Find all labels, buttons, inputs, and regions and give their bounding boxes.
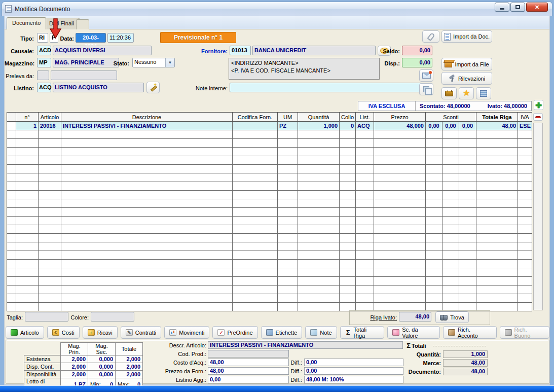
tot-documento-label: Documento: bbox=[407, 368, 441, 376]
ora-field[interactable]: 11:20:36 bbox=[107, 33, 134, 43]
stock-col-totale: Totale bbox=[116, 343, 143, 355]
import-da-file-button[interactable]: Import da File bbox=[441, 58, 492, 70]
articolo-button[interactable]: Articolo bbox=[6, 326, 44, 339]
favorites-button[interactable]: ★ bbox=[459, 87, 474, 99]
descr-articolo-field: INTERESSI PASSIVI - FINANZIAMENTO bbox=[208, 341, 403, 349]
chevron-down-icon[interactable]: ▼ bbox=[165, 58, 174, 67]
cod-prod-field bbox=[208, 350, 289, 358]
col-iva[interactable]: IVA bbox=[518, 113, 532, 122]
stock-row-esistenza: Esistenza 2,000 0,000 2,000 bbox=[24, 355, 143, 363]
rich-acconto-button[interactable]: Rich. Acconto bbox=[443, 326, 497, 339]
attachment-button[interactable] bbox=[422, 30, 439, 43]
title-bar: Modifica Documento bbox=[2, 2, 552, 16]
col-n[interactable]: n° bbox=[16, 113, 39, 122]
tipo-field-1[interactable]: RI bbox=[37, 33, 48, 43]
table-header-row: n° Articolo Descrizione Codifica Forn. U… bbox=[7, 113, 532, 122]
import-doc-icon bbox=[444, 33, 451, 41]
totali-sigma-icon: Σ bbox=[404, 342, 411, 349]
totali-riga-button[interactable]: Σ Totali Riga bbox=[340, 326, 385, 339]
fornitore-link[interactable]: Fornitore: bbox=[197, 47, 228, 56]
saldo-field: 0,00 bbox=[402, 46, 432, 55]
window-title: Modifica Documento bbox=[15, 6, 70, 13]
pen-icon bbox=[448, 329, 455, 336]
col-list[interactable]: List. bbox=[356, 113, 374, 122]
col-collo[interactable]: Collo bbox=[340, 113, 356, 122]
sc-da-valore-button[interactable]: Sc. da Valore bbox=[387, 326, 440, 339]
rich-buono-button: Rich. Buono bbox=[500, 326, 549, 339]
remove-row-button[interactable] bbox=[533, 113, 543, 121]
stato-select[interactable]: Nessuno ▼ bbox=[132, 58, 175, 67]
empty-table-row bbox=[7, 268, 532, 277]
empty-table-row bbox=[7, 199, 532, 208]
fornitore-code-field[interactable]: 01013 bbox=[230, 46, 251, 55]
grid-view-button[interactable] bbox=[476, 87, 491, 99]
import-da-doc-button[interactable]: Import da Doc. bbox=[441, 30, 492, 43]
riga-ivato-link[interactable]: Riga Ivato: bbox=[359, 313, 397, 322]
trova-button[interactable]: Trova bbox=[435, 311, 469, 323]
listino-desc-field: LISTINO ACQUISTO bbox=[53, 83, 144, 92]
movimenti-button[interactable]: Movimenti bbox=[164, 326, 209, 339]
check-icon: ✓ bbox=[217, 329, 225, 336]
contratti-button[interactable]: ✎ Contratti bbox=[121, 326, 162, 339]
briefcase-button[interactable] bbox=[441, 87, 457, 99]
saldo-label: Saldo: bbox=[382, 47, 400, 56]
maximize-button[interactable] bbox=[510, 3, 525, 12]
close-button[interactable]: ✕ bbox=[526, 3, 548, 12]
listino-diff-label: Diff.: bbox=[289, 376, 302, 384]
note-button[interactable]: Note bbox=[305, 326, 337, 339]
empty-table-row bbox=[7, 294, 532, 303]
magazzino-code-field[interactable]: MP bbox=[37, 58, 51, 67]
grid-icon bbox=[480, 90, 487, 97]
table-scrollbar[interactable] bbox=[533, 123, 543, 310]
totali-title: Totali bbox=[412, 342, 430, 350]
preordine-button[interactable]: ✓ PreOrdine bbox=[212, 326, 257, 339]
paperclip-icon bbox=[427, 32, 435, 41]
costo-acq-field: 48,00 bbox=[208, 359, 289, 366]
prezzo-diff-field: 0,00 bbox=[304, 367, 403, 375]
stock-col-mag-sec: Mag. Sec. bbox=[88, 343, 116, 355]
riga-ivato-field: 48,00 bbox=[399, 312, 431, 322]
col-prezzo[interactable]: Prezzo bbox=[374, 113, 426, 122]
copy-stack-icon bbox=[423, 86, 429, 92]
revenue-icon: ↑ bbox=[88, 329, 95, 336]
listino-diff-field: 48,00 M: 100% bbox=[304, 376, 403, 383]
empty-table-row bbox=[7, 156, 532, 165]
empty-table-row bbox=[7, 251, 532, 260]
empty-table-row bbox=[7, 191, 532, 199]
listino-wand-button[interactable] bbox=[146, 82, 160, 93]
table-row[interactable]: 1 20016 INTERESSI PASSIVI - FINANZIAMENT… bbox=[7, 122, 532, 130]
etichette-button[interactable]: Etichette bbox=[261, 326, 303, 339]
scontato-text: Scontato: 48,00000 bbox=[416, 101, 474, 111]
listino-agg-field: 0,00 bbox=[208, 376, 289, 383]
fornitore-address-box: <INDIRIZZO MANCANTE> <P. IVA E COD. FISC… bbox=[229, 58, 380, 80]
tab-documento[interactable]: Documento bbox=[7, 17, 46, 29]
note-interne-input[interactable] bbox=[230, 83, 421, 92]
col-sconti[interactable]: Sconti bbox=[426, 113, 476, 122]
contract-icon: ✎ bbox=[126, 329, 133, 336]
ivato-text: Ivato: 48,00000 bbox=[484, 101, 531, 111]
copy-button[interactable] bbox=[419, 83, 433, 95]
empty-table-row bbox=[7, 208, 532, 217]
rilevazioni-button[interactable]: Rilevazioni bbox=[441, 72, 492, 85]
add-row-button[interactable]: ✚ bbox=[534, 100, 543, 110]
note-interne-label: Note interne: bbox=[191, 84, 228, 93]
col-quantita[interactable]: Quantità bbox=[298, 113, 340, 122]
col-articolo[interactable]: Articolo bbox=[39, 113, 61, 122]
disp-field: 0,00 bbox=[402, 58, 432, 67]
col-codifica-forn[interactable]: Codifica Forn. bbox=[233, 113, 278, 122]
costi-button[interactable]: € Costi bbox=[47, 326, 80, 339]
col-um[interactable]: UM bbox=[278, 113, 298, 122]
ricavi-button[interactable]: ↑ Ricavi bbox=[83, 326, 118, 339]
listino-code-field[interactable]: ACQ bbox=[37, 83, 51, 92]
col-descrizione[interactable]: Descrizione bbox=[61, 113, 233, 122]
empty-table-row bbox=[7, 242, 532, 251]
minimize-button[interactable] bbox=[495, 3, 509, 12]
voucher-icon bbox=[505, 329, 512, 336]
iva-esclusa-text: IVA ESCLUSA bbox=[358, 101, 415, 111]
preleva-code-field[interactable] bbox=[37, 70, 49, 80]
data-field[interactable]: 20-03-2024 bbox=[76, 33, 106, 43]
import-file-icon bbox=[445, 61, 452, 67]
col-totale-riga[interactable]: Totale Riga bbox=[476, 113, 518, 122]
causale-code-field[interactable]: ACD bbox=[37, 46, 51, 55]
send-mail-button[interactable] bbox=[419, 69, 433, 82]
